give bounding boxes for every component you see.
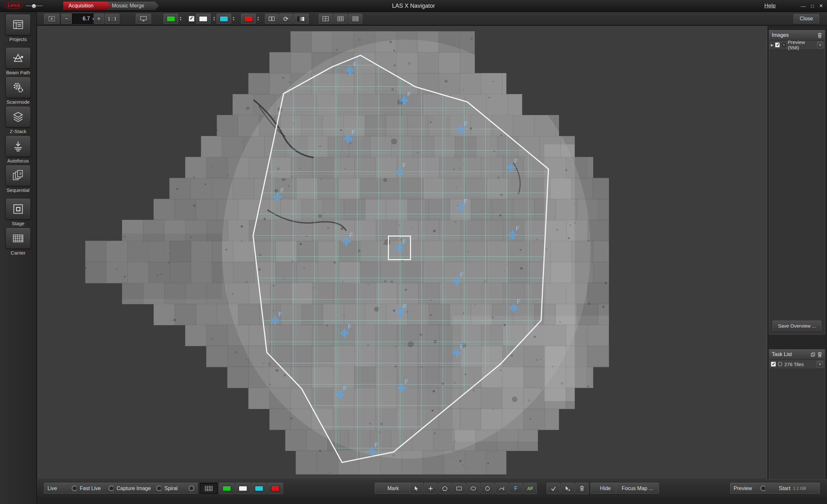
fast-live-label: Fast Live bbox=[80, 486, 101, 491]
cyan-channel-control: ▲▼ bbox=[216, 13, 235, 24]
autofocus-tool-button[interactable]: AF bbox=[523, 483, 537, 494]
green-channel-button[interactable] bbox=[163, 13, 178, 24]
stage-overview-button[interactable] bbox=[44, 13, 59, 24]
focus-f-icon: F bbox=[514, 486, 518, 491]
rectangle-tool-icon bbox=[456, 486, 462, 491]
polygon-tool-button[interactable] bbox=[438, 483, 452, 494]
rectangle-tool-button[interactable] bbox=[452, 483, 466, 494]
focus-map-button[interactable]: Focus Map ... bbox=[616, 483, 659, 494]
chevron-down-icon[interactable]: ▼ bbox=[781, 42, 786, 48]
close-window-icon[interactable]: ✕ bbox=[819, 3, 823, 9]
remove-task-button[interactable]: x bbox=[817, 361, 823, 367]
grid-fine-icon bbox=[352, 16, 358, 21]
minimize-icon[interactable]: — bbox=[801, 3, 806, 9]
brightfield-checkbox[interactable] bbox=[189, 16, 194, 22]
duplicate-task-icon[interactable] bbox=[811, 352, 815, 357]
delete-selection-tool-button[interactable] bbox=[561, 483, 574, 494]
sidebar-label: Carrier bbox=[11, 250, 26, 256]
zoom-in-button[interactable]: + bbox=[94, 13, 104, 24]
freehand-tool-button[interactable] bbox=[495, 483, 508, 494]
circle-tool-button[interactable] bbox=[481, 483, 494, 494]
add-point-tool-button[interactable] bbox=[424, 483, 437, 494]
sidebar-item-carrier[interactable]: Carrier bbox=[0, 228, 36, 256]
trash-icon[interactable] bbox=[817, 33, 822, 38]
green-channel-toggle[interactable] bbox=[219, 483, 235, 494]
trash-icon[interactable] bbox=[817, 352, 822, 357]
spiral-button[interactable]: Spiral bbox=[161, 483, 198, 494]
live-button[interactable]: Live bbox=[44, 483, 81, 494]
red-channel-stepper[interactable]: ▲▼ bbox=[257, 16, 259, 21]
zoom-out-button[interactable]: − bbox=[61, 13, 72, 24]
region-polygon-icon bbox=[778, 361, 783, 367]
display-mode-button[interactable] bbox=[136, 13, 151, 24]
expander-icon[interactable]: ▶ bbox=[771, 43, 773, 47]
tab-acquisition[interactable]: Acquisition bbox=[63, 2, 111, 10]
fast-live-button[interactable]: Fast Live bbox=[76, 483, 117, 494]
remove-preview-button[interactable]: x bbox=[817, 42, 823, 48]
brightfield-channel-button[interactable] bbox=[196, 13, 211, 24]
tile-layout-medium-button[interactable] bbox=[333, 13, 348, 24]
brightfield-channel-toggle[interactable] bbox=[235, 483, 251, 494]
toolbar-separator bbox=[124, 14, 124, 22]
channel-grid-button[interactable] bbox=[200, 483, 218, 494]
tab-mosaic-merge[interactable]: Mosaic Merge bbox=[104, 2, 159, 10]
trash-icon bbox=[580, 486, 584, 491]
tiles-task-checkbox[interactable] bbox=[771, 361, 776, 367]
select-tool-button[interactable] bbox=[409, 483, 423, 494]
sidebar-item-projects[interactable]: Projects bbox=[0, 14, 36, 42]
tiles-task-row[interactable]: 276 Tiles x bbox=[769, 360, 825, 369]
contrast-gradient-button[interactable] bbox=[293, 13, 309, 24]
save-overview-button[interactable]: Save Overview ... bbox=[772, 320, 822, 331]
live-label: Live bbox=[47, 486, 57, 491]
tile-layout-fine-button[interactable] bbox=[348, 13, 362, 24]
sidebar-item-beam-path[interactable]: Beam Path bbox=[0, 48, 36, 75]
ellipse-tool-button[interactable] bbox=[467, 483, 480, 494]
focus-point-label: F bbox=[407, 91, 411, 98]
red-channel-toggle[interactable] bbox=[267, 483, 283, 494]
tiles-task-label: 276 Tiles bbox=[784, 361, 804, 367]
maximize-icon[interactable]: □ bbox=[811, 3, 814, 9]
cyan-channel-toggle[interactable] bbox=[251, 483, 267, 494]
delete-all-button[interactable] bbox=[575, 483, 589, 494]
focus-point-label: F bbox=[464, 120, 468, 127]
sidebar-item-scanmode[interactable]: Scanmode bbox=[0, 77, 36, 105]
refresh-button[interactable]: ⟳ bbox=[279, 13, 293, 24]
apply-tool-button[interactable] bbox=[547, 483, 560, 494]
sidebar-item-stage[interactable]: Stage bbox=[0, 199, 36, 226]
zoom-one-to-one-button[interactable]: 1 : 1 bbox=[105, 13, 119, 24]
sidebar-item-autofocus[interactable]: Autofocus bbox=[0, 136, 36, 163]
focus-point-tool-button[interactable]: F bbox=[509, 483, 523, 494]
z-stack-icon bbox=[12, 110, 25, 123]
logo-slider[interactable] bbox=[26, 5, 43, 6]
brightfield-channel-stepper[interactable]: ▲▼ bbox=[213, 16, 215, 21]
mosaic-canvas-svg[interactable]: FFFFFFFFFFFFFFFFFFFF bbox=[38, 27, 767, 478]
preview-button[interactable]: Preview bbox=[730, 483, 770, 494]
images-section: Images ▶ ▼ Preview (558) x Save Overview… bbox=[769, 30, 825, 335]
logo-slider-knob[interactable] bbox=[32, 4, 36, 8]
stage-overview-canvas[interactable]: FFFFFFFFFFFFFFFFFFFF bbox=[38, 26, 767, 478]
capture-image-button[interactable]: Capture Image bbox=[113, 483, 165, 494]
preview-visibility-checkbox[interactable] bbox=[775, 42, 780, 48]
tile-layout-coarse-button[interactable] bbox=[319, 13, 333, 24]
leica-logo-text: Leica bbox=[4, 2, 23, 9]
preview-image-row[interactable]: ▶ ▼ Preview (558) x bbox=[769, 40, 825, 50]
af-icon: AF bbox=[527, 486, 533, 491]
cyan-channel-button[interactable] bbox=[216, 13, 231, 24]
green-channel-stepper[interactable]: ▲▼ bbox=[179, 16, 182, 21]
start-button[interactable]: Start 1.1 GB bbox=[765, 483, 820, 494]
mark-button[interactable]: Mark bbox=[375, 483, 411, 494]
focus-point-label: F bbox=[351, 129, 355, 136]
projects-icon bbox=[12, 18, 25, 31]
cyan-channel-stepper[interactable]: ▲▼ bbox=[232, 16, 235, 21]
focus-point-label: F bbox=[514, 158, 518, 164]
cursor-select-icon bbox=[414, 486, 419, 491]
close-panel-button[interactable]: Close bbox=[793, 14, 819, 23]
red-channel-button[interactable] bbox=[241, 13, 256, 24]
bottom-toolbar: Live Fast Live Capture Image Spiral bbox=[37, 479, 827, 497]
focus-point-label: F bbox=[343, 386, 347, 392]
sidebar-item-z-stack[interactable]: Z-Stack bbox=[0, 107, 36, 134]
red-swatch bbox=[271, 486, 280, 491]
help-link[interactable]: Help bbox=[764, 3, 776, 9]
split-view-button[interactable] bbox=[265, 13, 279, 24]
sidebar-item-sequential[interactable]: 3 Sequential bbox=[0, 165, 36, 193]
